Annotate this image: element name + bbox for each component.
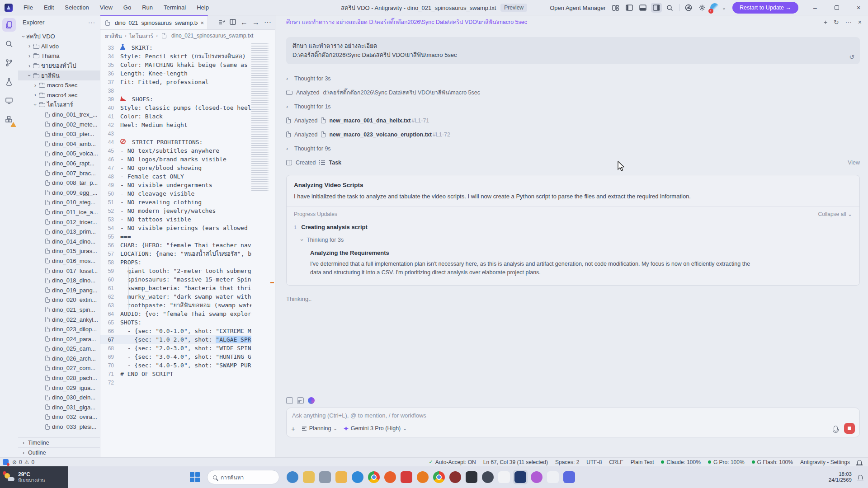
mode-selector[interactable]: Planning⌄ xyxy=(302,425,337,432)
tree-row[interactable]: dino_033_plesi... xyxy=(18,422,100,432)
tree-row[interactable]: dino_027_com... xyxy=(18,363,100,373)
menu-run[interactable]: Run xyxy=(137,2,157,13)
notification-bell-icon[interactable] xyxy=(858,475,863,479)
app-maroon[interactable] xyxy=(449,471,461,483)
gear-icon[interactable] xyxy=(697,3,708,13)
taskbar-search[interactable]: การค้นหา xyxy=(207,470,279,484)
status-item[interactable] xyxy=(857,460,862,465)
menu-file[interactable]: File xyxy=(19,2,38,13)
editor-line[interactable]: 56CHAR: {HERO: "female Thai teacher navi… xyxy=(100,241,251,249)
problems-indicator[interactable]: ⊘ 0 ⚠ 0 xyxy=(12,459,34,465)
thinking-toggle[interactable]: › Thinking for 3s xyxy=(301,237,852,243)
navigate-forward-icon[interactable]: → xyxy=(252,19,259,27)
tree-row[interactable]: dino_021_spin... xyxy=(18,305,100,315)
editor-line[interactable]: 49- NO visible undergarments xyxy=(100,181,251,189)
editor-line[interactable]: 40Style: Classic pumps (closed-toe heels… xyxy=(100,103,251,112)
tree-row[interactable]: ›macro4 sec xyxy=(18,90,100,100)
editor-line[interactable]: 37Fit: Fitted, professional xyxy=(100,78,251,86)
chevron-down-icon[interactable]: ⌄ xyxy=(722,5,726,11)
editor-line[interactable]: 66 - {sec: "0.0-1.0", shot: "EXTREME MAC… xyxy=(100,327,251,335)
app-white[interactable] xyxy=(547,471,559,483)
editor-line[interactable]: 69 - {sec: "3.0-4.0", shot: "HUNTING GRO… xyxy=(100,352,251,361)
composer-add-icon[interactable]: + xyxy=(291,425,295,432)
attachment-gem-icon[interactable] xyxy=(308,397,315,404)
editor-line[interactable]: 38 xyxy=(100,86,251,95)
tree-row[interactable]: dino_018_dino... xyxy=(18,276,100,286)
app-folder[interactable] xyxy=(335,471,347,483)
tree-row[interactable]: dino_020_extin... xyxy=(18,295,100,305)
weather-widget[interactable]: 29°Cมีเมฆบางส่วน xyxy=(0,466,68,488)
run-debug-icon[interactable] xyxy=(0,72,18,91)
menu-selection[interactable]: Selection xyxy=(60,2,93,13)
tree-row[interactable]: dino_001_trex_... xyxy=(18,110,100,120)
editor-line[interactable]: 72 xyxy=(100,378,251,387)
editor-line[interactable]: 35Color: MATCHING khaki beige (same as xyxy=(100,61,251,69)
new-conversation-icon[interactable]: + xyxy=(824,19,827,26)
tree-row[interactable]: ›ไดโนเสาร์ xyxy=(18,100,100,110)
editor-line[interactable]: 44 STRICT PROHIBITIONS: xyxy=(100,138,251,146)
menu-go[interactable]: Go xyxy=(119,2,136,13)
status-item[interactable]: Plain Text xyxy=(631,459,654,465)
tree-row[interactable]: dino_002_mete... xyxy=(18,119,100,129)
tree-row[interactable]: ›ขายของทั่วไป xyxy=(18,61,100,71)
editor-line[interactable]: 65SHOTS: xyxy=(100,318,251,327)
toggle-bottom-panel-icon[interactable] xyxy=(637,3,648,13)
restart-to-update-button[interactable]: Restart to Update → xyxy=(732,2,798,14)
editor-lines[interactable]: 33 SKIRT:34Style: Pencil skirt (กระโปรงท… xyxy=(100,43,251,457)
agent-event-file[interactable]: Analyzednew_macro_001_dna_helix.txt#L1-7… xyxy=(286,113,860,127)
editor-line[interactable]: 67 - {sec: "1.0-2.0", shot: "ALGAE SPREA… xyxy=(100,335,251,344)
editor-line[interactable]: 51- NO revealing clothing xyxy=(100,198,251,206)
menu-terminal[interactable]: Terminal xyxy=(159,2,190,13)
toggle-left-panel-icon[interactable] xyxy=(624,3,635,13)
app-red[interactable] xyxy=(401,471,412,483)
timeline-section[interactable]: ›Timeline xyxy=(18,437,100,447)
app-blue-globe[interactable] xyxy=(287,471,298,483)
menu-view[interactable]: View xyxy=(95,2,117,13)
attachment-doc-icon[interactable] xyxy=(286,397,293,404)
remote-explorer-icon[interactable] xyxy=(0,91,18,110)
editor-line[interactable]: 53- NO tattoos visible xyxy=(100,215,251,224)
editor-line[interactable]: 61 swamp_bacteria: "bacteria that thrive… xyxy=(100,284,251,292)
tree-row[interactable]: dino_026_arch... xyxy=(18,354,100,364)
status-item[interactable]: Antigravity - Settings xyxy=(800,459,850,465)
conversation-title[interactable]: ศึกษา และทำตาราง อย่างละเอียด D:\คอร์สติ… xyxy=(286,18,527,27)
tree-row[interactable]: dino_009_egg_... xyxy=(18,188,100,198)
browser-icon[interactable] xyxy=(683,3,694,13)
editor-line[interactable]: 54- NO visible piercings (ears allowed s… xyxy=(100,224,251,232)
attachment-image-icon[interactable] xyxy=(297,397,304,404)
breadcrumb[interactable]: ยาสีฟัน› ไดโนเสาร์› dino_021_spinosaurus… xyxy=(100,30,275,42)
tree-row[interactable]: ›ยาสีฟัน xyxy=(18,70,100,80)
panel-more-icon[interactable]: ··· xyxy=(845,19,852,26)
outline-section[interactable]: ›Outline xyxy=(18,447,100,457)
tree-row[interactable]: dino_007_brac... xyxy=(18,168,100,178)
tree-row[interactable]: dino_013_prim... xyxy=(18,227,100,237)
editor-line[interactable]: 57LOCATION: {name: "หนองน้ำสไปโนซอรัส", … xyxy=(100,249,251,258)
agent-event-thought[interactable]: ›Thought for 3s xyxy=(286,71,860,85)
status-item[interactable]: ✓Auto-Accept: ON xyxy=(429,459,476,465)
maximize-button[interactable] xyxy=(827,0,846,15)
history-icon[interactable]: ↻ xyxy=(834,19,839,26)
editor-line[interactable]: 64AUDIO: {vo: "female Thai swamp explore… xyxy=(100,310,251,318)
tree-row[interactable]: dino_019_pang... xyxy=(18,285,100,295)
editor-line[interactable]: 70 - {sec: "4.0-5.0", shot: "SWAMP PURIF… xyxy=(100,361,251,370)
editor-line[interactable]: 55=== xyxy=(100,232,251,241)
tree-row[interactable]: dino_010_steg... xyxy=(18,197,100,207)
app-edge[interactable] xyxy=(352,471,363,483)
app-chrome[interactable] xyxy=(368,471,380,483)
editor-line[interactable]: 48- Female cast ONLY xyxy=(100,172,251,181)
view-link[interactable]: View xyxy=(848,160,860,166)
editor-line[interactable]: 62 murky_water: "dark swamp water with p… xyxy=(100,292,251,301)
menu-edit[interactable]: Edit xyxy=(39,2,58,13)
tree-row[interactable]: dino_024_para... xyxy=(18,334,100,344)
tree-row[interactable]: ›สคริป VDO xyxy=(18,32,100,42)
app-slate[interactable] xyxy=(319,471,331,483)
panel-close-icon[interactable]: × xyxy=(858,19,862,26)
close-button[interactable]: × xyxy=(849,0,868,15)
editor-line[interactable]: 46- NO logos/brand marks visible xyxy=(100,155,251,164)
minimap[interactable] xyxy=(251,43,269,192)
tree-row[interactable]: dino_008_tar_p... xyxy=(18,178,100,188)
explorer-icon[interactable] xyxy=(0,15,18,34)
explorer-more-icon[interactable]: ··· xyxy=(88,19,95,26)
search-sidebar-icon[interactable] xyxy=(0,34,18,53)
tree-row[interactable]: dino_023_dilop... xyxy=(18,324,100,334)
